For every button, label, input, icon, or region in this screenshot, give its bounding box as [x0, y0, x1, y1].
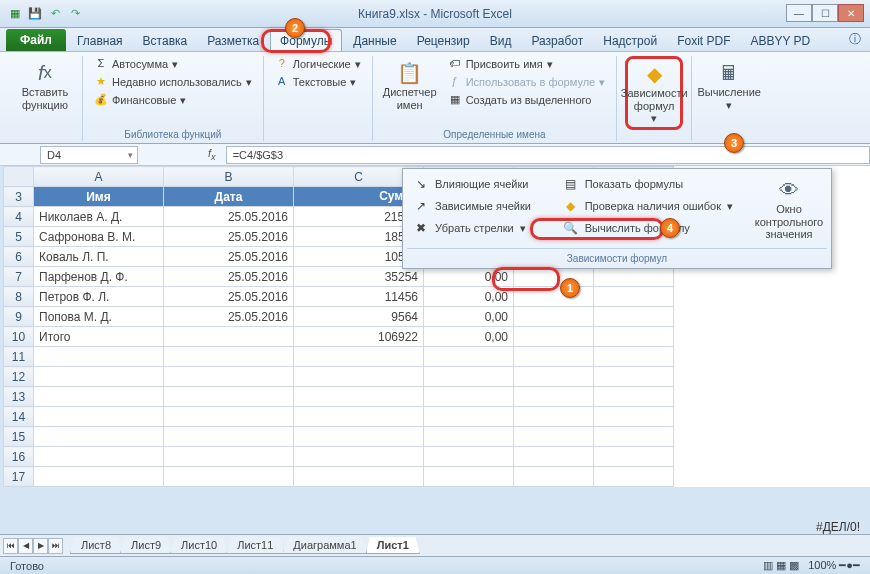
cell[interactable]: Итого	[34, 327, 164, 347]
cell[interactable]: Попова М. Д.	[34, 307, 164, 327]
tab-home[interactable]: Главная	[68, 30, 132, 51]
minimize-button[interactable]: —	[786, 4, 812, 22]
cell[interactable]	[164, 407, 294, 427]
cell[interactable]	[164, 327, 294, 347]
insert-function-button[interactable]: fx Вставить функцию	[16, 56, 74, 115]
show-formulas-button[interactable]: ▤Показать формулы	[557, 173, 745, 195]
cell[interactable]	[594, 307, 674, 327]
evaluate-formula-button[interactable]: 🔍Вычислить формулу	[557, 217, 745, 239]
tab-data[interactable]: Данные	[344, 30, 405, 51]
cell[interactable]: 35254	[294, 267, 424, 287]
sheet-tab[interactable]: Диаграмма1	[282, 537, 367, 554]
cell[interactable]	[514, 427, 594, 447]
cell[interactable]	[34, 427, 164, 447]
cell[interactable]	[594, 327, 674, 347]
formula-auditing-button[interactable]: ◆ Зависимости формул▾	[625, 56, 683, 130]
row-header[interactable]: 11	[4, 347, 34, 367]
row-header[interactable]: 5	[4, 227, 34, 247]
cell[interactable]	[514, 387, 594, 407]
cell[interactable]	[164, 467, 294, 487]
cell[interactable]	[514, 267, 594, 287]
select-all[interactable]	[4, 167, 34, 187]
sheet-tab[interactable]: Лист8	[70, 537, 122, 554]
cell[interactable]: 0,00	[424, 267, 514, 287]
tab-addins[interactable]: Надстрой	[594, 30, 666, 51]
cell[interactable]: 0,00	[424, 307, 514, 327]
cell[interactable]	[594, 367, 674, 387]
cell[interactable]	[594, 407, 674, 427]
cell[interactable]	[514, 327, 594, 347]
row-header[interactable]: 6	[4, 247, 34, 267]
recent-button[interactable]: ★Недавно использовались▾	[91, 74, 255, 90]
cell[interactable]: 0,00	[424, 287, 514, 307]
cell[interactable]	[594, 387, 674, 407]
error-checking-button[interactable]: ◆Проверка наличия ошибок▾	[557, 195, 745, 217]
cell[interactable]: 25.05.2016	[164, 307, 294, 327]
row-header[interactable]: 8	[4, 287, 34, 307]
row-header[interactable]: 17	[4, 467, 34, 487]
tab-view[interactable]: Вид	[481, 30, 521, 51]
trace-dependents-button[interactable]: ↗Зависимые ячейки	[407, 195, 551, 217]
cell[interactable]	[164, 447, 294, 467]
tab-foxit[interactable]: Foxit PDF	[668, 30, 739, 51]
cell[interactable]	[294, 427, 424, 447]
fx-label-icon[interactable]: fx	[208, 147, 216, 162]
cell[interactable]: 11456	[294, 287, 424, 307]
tab-review[interactable]: Рецензир	[408, 30, 479, 51]
cell[interactable]	[594, 447, 674, 467]
cell[interactable]	[514, 447, 594, 467]
row-header[interactable]: 7	[4, 267, 34, 287]
row-header[interactable]: 12	[4, 367, 34, 387]
sheet-tab[interactable]: Лист9	[120, 537, 172, 554]
tab-abbyy[interactable]: ABBYY PD	[741, 30, 819, 51]
sheet-tab[interactable]: Лист1	[366, 537, 420, 554]
cell[interactable]	[424, 347, 514, 367]
cell[interactable]	[514, 467, 594, 487]
cell[interactable]: 25.05.2016	[164, 247, 294, 267]
cell[interactable]	[514, 347, 594, 367]
col-header[interactable]: B	[164, 167, 294, 187]
cell[interactable]	[34, 387, 164, 407]
text-button[interactable]: AТекстовые▾	[272, 74, 364, 90]
row-header[interactable]: 15	[4, 427, 34, 447]
cell[interactable]	[34, 407, 164, 427]
cell[interactable]: Петров Ф. Л.	[34, 287, 164, 307]
ribbon-help-icon[interactable]: ⓘ	[840, 27, 870, 51]
row-header[interactable]: 4	[4, 207, 34, 227]
cell[interactable]	[514, 307, 594, 327]
cell[interactable]	[294, 347, 424, 367]
sheet-tab[interactable]: Лист10	[170, 537, 228, 554]
cell[interactable]: 9564	[294, 307, 424, 327]
sheet-nav-next-icon[interactable]: ▶	[33, 538, 48, 554]
cell[interactable]: 0,00	[424, 327, 514, 347]
cell[interactable]	[514, 407, 594, 427]
cell[interactable]	[594, 347, 674, 367]
calculation-button[interactable]: 🖩 Вычисление▾	[700, 56, 758, 115]
watch-window-button[interactable]: 👁 Окно контрольного значения	[751, 173, 827, 245]
cell[interactable]	[164, 347, 294, 367]
cell[interactable]	[424, 467, 514, 487]
cell[interactable]	[34, 367, 164, 387]
cell[interactable]: 25.05.2016	[164, 227, 294, 247]
sheet-tab[interactable]: Лист11	[226, 537, 284, 554]
row-header[interactable]: 16	[4, 447, 34, 467]
cell[interactable]: 25.05.2016	[164, 207, 294, 227]
cell[interactable]	[34, 347, 164, 367]
create-from-selection-button[interactable]: ▦Создать из выделенного	[445, 92, 609, 108]
cell[interactable]: Сафронова В. М.	[34, 227, 164, 247]
cell[interactable]	[34, 467, 164, 487]
tab-dev[interactable]: Разработ	[522, 30, 592, 51]
cell[interactable]: Коваль Л. П.	[34, 247, 164, 267]
cell[interactable]	[594, 427, 674, 447]
tab-layout[interactable]: Разметка	[198, 30, 268, 51]
cell[interactable]	[514, 367, 594, 387]
cell[interactable]: 25.05.2016	[164, 287, 294, 307]
cell[interactable]	[294, 367, 424, 387]
sheet-nav-last-icon[interactable]: ⏭	[48, 538, 63, 554]
tab-file[interactable]: Файл	[6, 29, 66, 51]
sheet-nav-first-icon[interactable]: ⏮	[3, 538, 18, 554]
cell[interactable]: Николаев А. Д.	[34, 207, 164, 227]
cell[interactable]	[294, 387, 424, 407]
row-header[interactable]: 10	[4, 327, 34, 347]
cell[interactable]	[594, 287, 674, 307]
